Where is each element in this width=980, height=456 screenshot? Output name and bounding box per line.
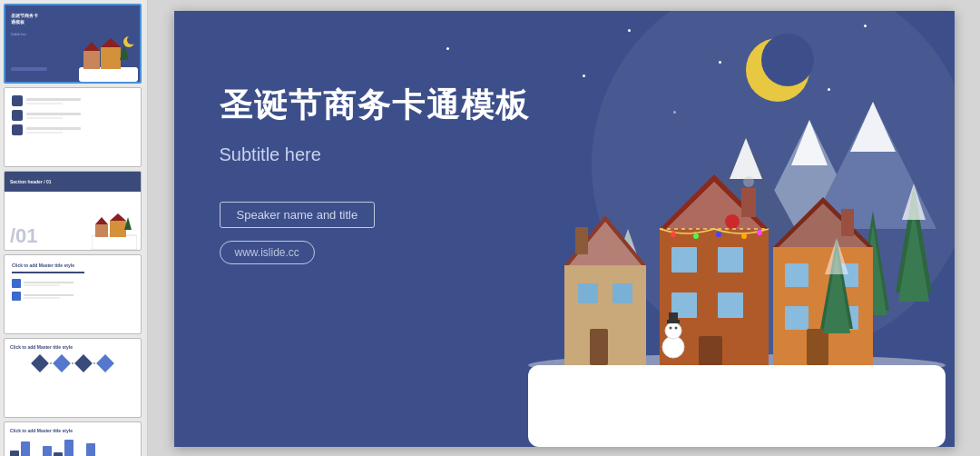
thumb3-number: /01 [10, 224, 38, 248]
svg-point-86 [757, 230, 762, 235]
svg-rect-0 [79, 67, 138, 82]
thumb1-sub: Subtitle here [11, 33, 26, 36]
svg-marker-10 [95, 217, 108, 224]
svg-point-7 [127, 35, 136, 45]
slide-main: 圣诞节商务卡通模板 Subtitle here Speaker name and… [174, 11, 955, 447]
svg-marker-2 [83, 42, 100, 51]
svg-rect-67 [785, 263, 808, 287]
svg-rect-71 [807, 329, 828, 365]
svg-point-83 [693, 233, 699, 239]
slide-canvas: 圣诞节商务卡通模板 Subtitle here Speaker name and… [148, 0, 980, 456]
svg-rect-59 [699, 336, 722, 365]
slide-thumb-3[interactable]: Section header / 01 /01 [4, 171, 142, 251]
slide-thumb-4[interactable]: Click to add Master title style [4, 254, 142, 334]
slide-thumb-2[interactable] [4, 87, 142, 167]
svg-point-78 [674, 327, 677, 330]
svg-rect-69 [785, 306, 808, 330]
speaker-name-button[interactable]: Speaker name and title [220, 202, 376, 228]
main-content-area: 圣诞节商务卡通模板 Subtitle here Speaker name and… [148, 0, 980, 456]
svg-rect-8 [92, 235, 137, 250]
christmas-scene [519, 47, 955, 447]
svg-marker-4 [101, 38, 121, 47]
svg-point-61 [743, 176, 754, 187]
svg-marker-33 [791, 120, 828, 165]
slide-text-area: 圣诞节商务卡通模板 Subtitle here Speaker name and… [220, 84, 530, 264]
website-button[interactable]: www.islide.cc [220, 241, 315, 264]
svg-point-62 [725, 214, 740, 229]
thumb5-title: Click to add Master title style [10, 344, 135, 350]
star-1 [446, 47, 449, 50]
svg-marker-36 [730, 138, 762, 179]
svg-rect-51 [575, 227, 588, 254]
slide-thumb-6[interactable]: Click to add Master title style [4, 421, 142, 456]
svg-rect-56 [718, 247, 743, 273]
star-3 [628, 29, 631, 32]
svg-rect-11 [110, 221, 126, 237]
svg-rect-3 [101, 47, 121, 69]
svg-marker-12 [110, 213, 126, 221]
svg-rect-72 [841, 209, 854, 236]
thumb3-section-label: Section header / 01 [10, 179, 52, 184]
svg-point-74 [665, 322, 681, 339]
slide-main-title: 圣诞节商务卡通模板 [220, 84, 530, 128]
svg-rect-58 [718, 292, 743, 318]
slide-thumb-5[interactable]: Click to add Master title style [4, 338, 142, 418]
svg-point-82 [671, 232, 676, 237]
slide-subtitle: Subtitle here [220, 144, 530, 165]
svg-rect-9 [95, 224, 108, 237]
slide-panel[interactable]: 圣诞节商务卡通模板 Subtitle here [0, 0, 148, 456]
svg-rect-50 [590, 329, 608, 365]
thumb4-title: Click to add Master title style [12, 263, 133, 268]
svg-point-73 [662, 336, 684, 358]
svg-rect-49 [612, 283, 632, 303]
svg-rect-60 [741, 188, 756, 217]
thumb1-title: 圣诞节商务卡通模板 [11, 13, 38, 25]
thumb6-title: Click to add Master title style [10, 428, 135, 433]
svg-point-84 [716, 232, 721, 237]
svg-point-77 [669, 327, 671, 330]
svg-rect-76 [669, 312, 678, 322]
thumb1-bar [11, 67, 47, 71]
svg-rect-55 [671, 247, 697, 273]
slide-thumb-1[interactable]: 圣诞节商务卡通模板 Subtitle here [4, 4, 142, 84]
svg-marker-34 [850, 102, 896, 152]
svg-rect-48 [578, 283, 598, 303]
svg-point-85 [741, 233, 747, 239]
svg-rect-1 [83, 51, 100, 69]
svg-rect-14 [528, 365, 946, 447]
